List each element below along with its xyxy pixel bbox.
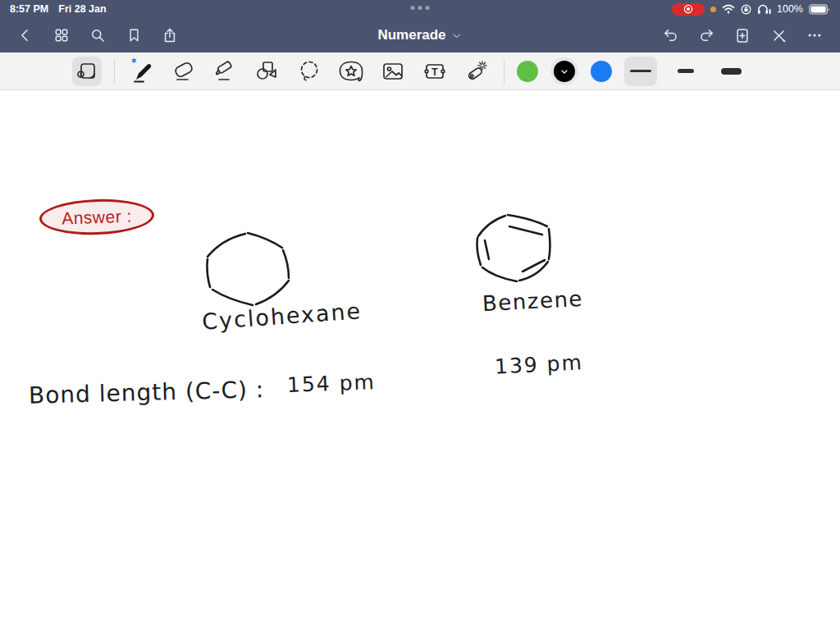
more-button[interactable]	[801, 22, 829, 48]
benzene-label: Benzene	[482, 286, 583, 316]
laser-pointer-icon	[463, 59, 490, 84]
wifi-icon	[722, 4, 735, 14]
pages-grid-button[interactable]	[48, 22, 75, 48]
headphones-icon	[757, 4, 771, 15]
cyclohexane-bond-length-value: 154 pm	[287, 370, 377, 397]
highlighter-tool[interactable]	[211, 57, 240, 86]
status-bar: 8:57 PM Fri 28 Jan 100%	[0, 0, 840, 18]
toolbar-divider	[504, 59, 504, 84]
battery-percent: 100%	[777, 3, 803, 15]
record-icon	[683, 4, 693, 14]
sticker-tool[interactable]	[336, 57, 366, 86]
answer-stamp: Answer :	[39, 198, 154, 237]
bookmark-button[interactable]	[120, 22, 148, 48]
share-button[interactable]	[156, 22, 184, 48]
status-date: Fri 28 Jan	[58, 3, 106, 15]
sticker-star-icon	[338, 60, 364, 83]
add-page-button[interactable]	[728, 22, 756, 48]
text-box-icon: T	[422, 61, 447, 82]
thickness-thin-selected[interactable]	[624, 57, 657, 86]
screen-recording-indicator[interactable]	[672, 3, 705, 16]
image-icon	[381, 61, 404, 82]
bookmark-icon	[126, 27, 142, 43]
battery-icon	[809, 4, 830, 15]
redo-button[interactable]	[692, 22, 720, 48]
page-notes-icon	[76, 62, 98, 81]
eraser-icon	[171, 59, 196, 84]
cyclohexane-structure-drawing	[197, 223, 304, 313]
pen-tool[interactable]	[127, 57, 157, 86]
search-button[interactable]	[84, 22, 112, 48]
eraser-tool[interactable]	[169, 57, 199, 86]
redo-icon	[698, 27, 715, 43]
image-tool[interactable]	[378, 57, 408, 86]
text-tool-glyph: T	[431, 66, 438, 77]
back-button[interactable]	[11, 22, 39, 48]
thickness-medium[interactable]	[669, 57, 702, 86]
page-notes-tool[interactable]	[72, 57, 102, 86]
thickness-thick[interactable]	[714, 57, 747, 86]
color-swatch-blue[interactable]	[591, 61, 612, 82]
highlighter-icon	[213, 59, 238, 84]
nav-bar: Numerade	[0, 18, 840, 52]
ellipsis-icon	[806, 27, 823, 43]
lasso-icon	[297, 59, 322, 84]
undo-icon	[662, 27, 679, 43]
chevron-down-icon	[452, 30, 463, 41]
thick-line-icon	[721, 68, 742, 75]
medium-line-icon	[678, 69, 694, 73]
microphone-in-use-icon	[710, 7, 716, 12]
document-title-menu[interactable]: Numerade	[377, 27, 462, 43]
bond-length-label: Bond length (C-C) :	[29, 376, 265, 409]
answer-stamp-label: Answer :	[62, 206, 132, 228]
pen-icon	[130, 58, 154, 84]
chevron-down-icon	[559, 66, 569, 76]
benzene-structure-drawing	[472, 209, 558, 287]
orientation-lock-icon	[741, 4, 751, 15]
lasso-tool[interactable]	[294, 57, 324, 86]
shapes-icon	[255, 59, 280, 84]
laser-pointer-tool[interactable]	[462, 57, 491, 86]
undo-button[interactable]	[656, 22, 684, 48]
text-tool[interactable]: T	[420, 57, 450, 86]
note-canvas[interactable]: Answer : Cyclohexane Benzene Bond length…	[0, 90, 840, 629]
color-swatch-black	[554, 61, 575, 82]
document-title: Numerade	[377, 27, 445, 43]
benzene-bond-length-value: 139 pm	[494, 350, 583, 379]
close-pencil-icon	[771, 28, 787, 43]
share-icon	[162, 27, 178, 44]
close-button[interactable]	[765, 22, 792, 48]
chevron-left-icon	[17, 27, 34, 43]
color-swatch-green[interactable]	[517, 61, 538, 82]
color-swatch-black-selected[interactable]	[550, 57, 578, 85]
thin-line-icon	[630, 70, 651, 72]
toolbar-divider	[114, 59, 115, 84]
drawing-toolbar: T	[0, 52, 840, 90]
grid-icon	[53, 27, 70, 43]
add-page-icon	[734, 27, 751, 44]
shapes-tool[interactable]	[253, 57, 282, 86]
multitask-dots-indicator	[411, 6, 430, 10]
search-icon	[89, 27, 106, 43]
status-time: 8:57 PM	[10, 3, 48, 15]
